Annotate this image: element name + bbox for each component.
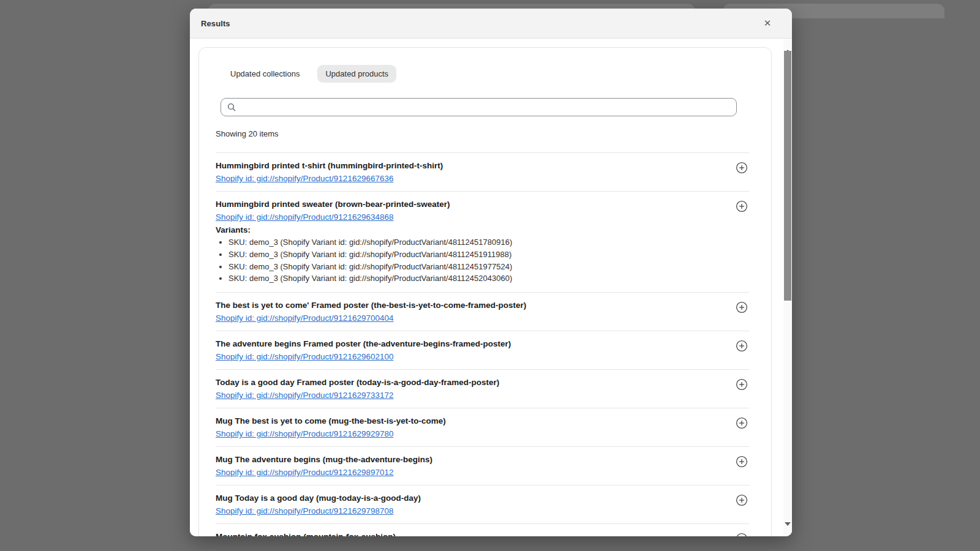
shopify-id-link[interactable]: Shopify id: gid://shopify/Product/912162… <box>216 212 393 222</box>
shopify-id-link[interactable]: Shopify id: gid://shopify/Product/912162… <box>216 506 393 516</box>
tab-bar: Updated collections Updated products <box>222 65 749 83</box>
search-field-wrapper <box>221 98 737 116</box>
plus-circle-icon <box>736 494 749 506</box>
list-item: Hummingbird printed sweater (brown-bear-… <box>216 191 749 292</box>
items-count-status: Showing 20 items <box>216 129 749 138</box>
expand-item-button[interactable] <box>736 378 749 391</box>
product-title: Mountain fox cushion (mountain-fox-cushi… <box>216 531 728 536</box>
shopify-id-link[interactable]: Shopify id: gid://shopify/Product/912162… <box>216 351 393 362</box>
modal-header: Results ✕ <box>190 9 792 39</box>
variant-sku: SKU: demo_3 (Shopify Variant id: gid://s… <box>228 261 728 273</box>
list-item: The best is yet to come' Framed poster (… <box>216 292 749 331</box>
close-button[interactable]: ✕ <box>759 15 776 32</box>
plus-circle-icon <box>736 533 749 536</box>
shopify-id-link[interactable]: Shopify id: gid://shopify/Product/912162… <box>216 467 393 478</box>
shopify-id-link[interactable]: Shopify id: gid://shopify/Product/912162… <box>216 429 393 439</box>
variants-list: SKU: demo_3 (Shopify Variant id: gid://s… <box>216 236 728 285</box>
expand-item-button[interactable] <box>736 339 749 353</box>
list-item: Today is a good day Framed poster (today… <box>216 369 749 408</box>
plus-circle-icon <box>736 200 749 212</box>
product-title: Mug The best is yet to come (mug-the-bes… <box>216 416 728 427</box>
modal-body: Updated collections Updated products Sho… <box>190 39 792 536</box>
search-input[interactable] <box>221 98 737 116</box>
tab-updated-products[interactable]: Updated products <box>317 65 396 83</box>
list-item: The adventure begins Framed poster (the-… <box>216 331 749 369</box>
product-title: Hummingbird printed t-shirt (hummingbird… <box>216 160 728 171</box>
expand-item-button[interactable] <box>736 455 749 468</box>
expand-item-button[interactable] <box>736 161 749 174</box>
expand-item-button[interactable] <box>736 493 749 507</box>
plus-circle-icon <box>736 301 749 313</box>
product-title: Hummingbird printed sweater (brown-bear-… <box>216 199 728 210</box>
modal-title: Results <box>201 19 230 28</box>
product-title: Mug Today is a good day (mug-today-is-a-… <box>216 493 728 504</box>
expand-item-button[interactable] <box>736 301 749 314</box>
scroll-down-button[interactable] <box>783 526 792 534</box>
list-item: Mug The best is yet to come (mug-the-bes… <box>216 408 749 446</box>
shopify-id-link[interactable]: Shopify id: gid://shopify/Product/912162… <box>216 313 393 323</box>
tab-updated-collections[interactable]: Updated collections <box>222 65 307 83</box>
search-icon <box>227 103 236 111</box>
product-title: Mug The adventure begins (mug-the-advent… <box>216 454 728 465</box>
scrollbar-thumb[interactable] <box>784 51 791 301</box>
scroll-up-button[interactable] <box>783 40 792 49</box>
plus-circle-icon <box>736 378 749 391</box>
results-list: Hummingbird printed t-shirt (hummingbird… <box>216 152 749 536</box>
results-card: Updated collections Updated products Sho… <box>198 47 772 536</box>
variant-sku: SKU: demo_3 (Shopify Variant id: gid://s… <box>228 236 728 249</box>
list-item: Mountain fox cushion (mountain-fox-cushi… <box>216 523 749 536</box>
list-item: Mug Today is a good day (mug-today-is-a-… <box>216 485 749 523</box>
shopify-id-link[interactable]: Shopify id: gid://shopify/Product/912162… <box>216 173 393 184</box>
variant-sku: SKU: demo_3 (Shopify Variant id: gid://s… <box>228 272 728 285</box>
modal-scrollbar[interactable] <box>783 39 792 536</box>
expand-item-button[interactable] <box>736 532 749 536</box>
expand-item-button[interactable] <box>736 416 749 430</box>
results-modal: Results ✕ Updated collections Updated pr… <box>190 9 792 536</box>
product-title: The adventure begins Framed poster (the-… <box>216 339 728 350</box>
list-item: Hummingbird printed t-shirt (hummingbird… <box>216 152 749 191</box>
shopify-id-link[interactable]: Shopify id: gid://shopify/Product/912162… <box>216 390 393 400</box>
variants-label: Variants: <box>216 224 728 236</box>
product-title: Today is a good day Framed poster (today… <box>216 377 728 388</box>
plus-circle-icon <box>736 162 749 174</box>
plus-circle-icon <box>736 455 749 468</box>
list-item: Mug The adventure begins (mug-the-advent… <box>216 446 749 485</box>
scroll-down-icon <box>785 522 791 535</box>
expand-item-button[interactable] <box>736 200 749 213</box>
variant-sku: SKU: demo_3 (Shopify Variant id: gid://s… <box>228 249 728 261</box>
product-title: The best is yet to come' Framed poster (… <box>216 300 728 311</box>
close-icon: ✕ <box>764 18 772 28</box>
plus-circle-icon <box>736 417 749 429</box>
plus-circle-icon <box>736 340 749 352</box>
